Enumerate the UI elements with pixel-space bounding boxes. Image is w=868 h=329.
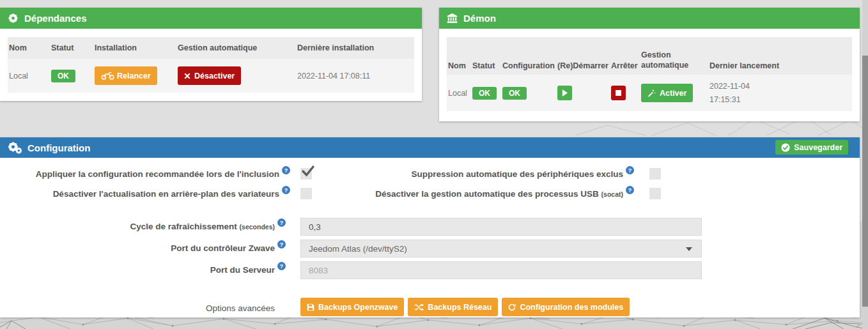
field-label: Port du contrôleur Zwave (0, 243, 275, 253)
status-cell: OK (51, 59, 95, 93)
field-label: Suppression automatique des périphérique… (358, 169, 623, 179)
col-header: Gestion automatique (178, 43, 297, 52)
disable-auto-management-button[interactable]: Désactiver (178, 66, 241, 85)
dependencies-header: Dépendances (0, 8, 422, 29)
field-label: Désactiver la gestion automatique des pr… (358, 189, 623, 199)
configuration-panel: Configuration Sauvegarder Appliquer la c… (0, 137, 860, 318)
question-circle-icon[interactable]: ? (282, 166, 290, 174)
check-circle-icon (781, 143, 790, 152)
server-port-input[interactable] (300, 261, 702, 279)
panel-title: Démon (463, 13, 496, 24)
col-header: Dernière installation (297, 43, 414, 52)
last-install-date: 2022-11-04 17:08:11 (297, 59, 414, 93)
daemon-header: Démon (439, 8, 860, 29)
auto-management-cell: Désactiver (178, 59, 297, 93)
configuration-status-cell: OK (502, 75, 557, 111)
selected-option: Jeedom Atlas (/dev/ttyS2) (309, 244, 407, 254)
refresh-cycle-input[interactable] (300, 218, 702, 236)
status-badge: OK (472, 87, 497, 100)
checkbox-disable-usb-process-management[interactable] (649, 188, 661, 199)
checkbox-disable-dimmer-background-refresh[interactable] (300, 188, 312, 199)
auto-management-cell: Activer (641, 75, 709, 111)
refresh-icon (508, 303, 516, 311)
bank-icon (447, 13, 458, 24)
col-header: Nom (448, 61, 472, 70)
field-label: Appliquer la configuration recommandée l… (0, 169, 279, 179)
cogs-icon (8, 142, 22, 154)
x-icon (184, 73, 190, 79)
motorcycle-icon (101, 72, 113, 80)
stop-icon (616, 90, 621, 96)
question-circle-icon[interactable]: ? (626, 186, 634, 194)
backups-network-button[interactable]: Backups Réseau (408, 298, 498, 316)
module-configuration-button[interactable]: Configuration des modules (502, 298, 630, 316)
col-header: Configuration (502, 61, 557, 70)
enable-auto-management-button[interactable]: Activer (641, 84, 693, 102)
question-circle-icon[interactable]: ? (282, 186, 290, 194)
col-header: Gestion automatique (641, 50, 709, 71)
checkbox-apply-recommended-config[interactable] (300, 168, 312, 180)
backups-openzwave-button[interactable]: Backups Openzwave (300, 298, 404, 316)
stop-cell (611, 75, 641, 111)
question-circle-icon[interactable]: ? (277, 240, 286, 249)
col-header: Dernier lancement (709, 61, 852, 70)
table-header-row: Nom Statut Configuration (Re)Démarrer Ar… (447, 37, 852, 75)
col-header: Nom (9, 43, 51, 52)
col-header: (Re)Démarrer (557, 61, 611, 70)
zwave-plugin-config-page: Dépendances Nom Statut Installation Gest… (0, 0, 868, 329)
table-header-row: Nom Statut Installation Gestion automati… (8, 37, 414, 59)
daemon-table: Nom Statut Configuration (Re)Démarrer Ar… (447, 37, 852, 111)
col-header: Arrêter (611, 61, 641, 70)
dependencies-table: Nom Statut Installation Gestion automati… (8, 37, 414, 93)
field-label: Port du Serveur (0, 265, 275, 275)
question-circle-icon[interactable]: ? (626, 166, 634, 174)
question-circle-icon[interactable]: ? (277, 262, 286, 270)
shuffle-icon (414, 303, 424, 311)
save-button[interactable]: Sauvegarder (775, 140, 848, 155)
start-daemon-button[interactable] (557, 86, 572, 100)
checkbox-auto-remove-excluded-devices[interactable] (649, 168, 661, 180)
daemon-name: Local (448, 75, 472, 111)
restart-cell (557, 75, 611, 111)
relaunch-dependencies-button[interactable]: Relancer (95, 66, 157, 85)
col-header: Statut (51, 43, 95, 52)
scrollbar-thumb[interactable] (862, 56, 868, 307)
field-label: Options avancées (0, 303, 275, 313)
table-row: Local OK OK (447, 75, 852, 111)
caret-down-icon (686, 247, 692, 251)
cog-icon (8, 13, 19, 24)
scrollbar[interactable] (862, 0, 868, 329)
status-badge: OK (502, 87, 527, 100)
configuration-header: Configuration Sauvegarder (0, 137, 860, 158)
magic-wand-icon (647, 89, 656, 97)
col-header: Statut (472, 61, 502, 70)
question-circle-icon[interactable]: ? (277, 218, 286, 227)
last-launch-date: 2022-11-04 17:15:31 (709, 75, 852, 111)
advanced-buttons: Backups Openzwave Backups Réseau Configu… (300, 298, 630, 316)
field-label: Désactiver l'actualisation en arrière-pl… (0, 189, 279, 199)
dependencies-panel: Dépendances Nom Statut Installation Gest… (0, 8, 422, 101)
daemon-panel: Démon Nom Statut Configuration (Re)Démar… (439, 8, 860, 121)
zwave-port-select[interactable]: Jeedom Atlas (/dev/ttyS2) (300, 240, 702, 257)
panel-title: Dépendances (24, 13, 87, 24)
table-row: Local OK Relancer (8, 59, 414, 93)
status-cell: OK (472, 75, 502, 111)
status-badge: OK (51, 70, 75, 82)
floppy-icon (307, 303, 314, 311)
panel-title: Configuration (27, 142, 90, 153)
play-icon (562, 89, 568, 96)
installation-cell: Relancer (95, 59, 178, 93)
stop-daemon-button[interactable] (611, 86, 626, 100)
field-label: Cycle de rafraîchissement (secondes) (0, 222, 275, 231)
col-header: Installation (95, 43, 178, 52)
dependency-name: Local (9, 59, 51, 93)
